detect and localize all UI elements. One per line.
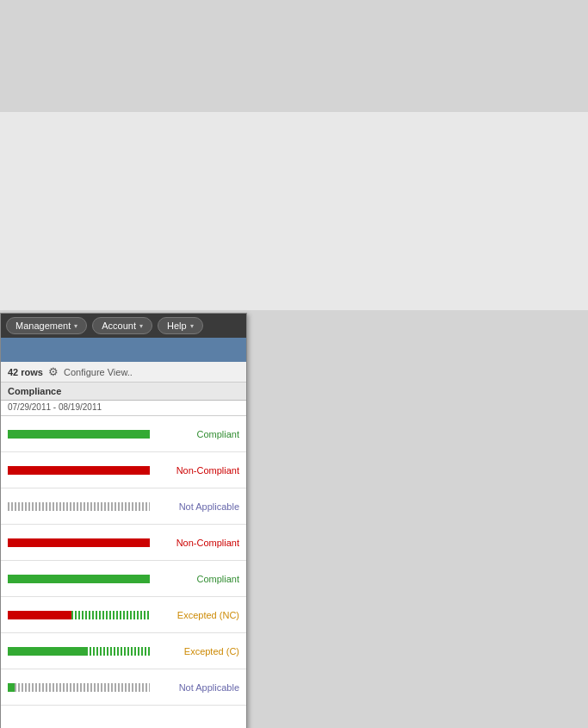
compliance-bar <box>8 430 162 439</box>
help-label: Help <box>167 320 187 331</box>
help-arrow-icon: ▾ <box>190 322 194 330</box>
compliance-bar <box>8 502 162 511</box>
date-separator: - <box>53 402 56 412</box>
table-row[interactable]: Compliant <box>1 561 246 597</box>
compliance-bar <box>8 611 162 619</box>
table-row[interactable]: Not Applicable <box>1 669 246 706</box>
compliance-bar <box>8 683 162 692</box>
status-label: Non-Compliant <box>162 465 239 476</box>
table-row[interactable]: Not Applicable <box>1 488 246 525</box>
status-label: Not Applicable <box>162 501 239 512</box>
management-arrow-icon: ▾ <box>74 322 77 330</box>
app-window: Management ▾ Account ▾ Help ▾ 42 rows ⚙ … <box>0 313 247 728</box>
header-bar <box>1 338 246 362</box>
status-label: Excepted (NC) <box>162 610 239 620</box>
management-label: Management <box>15 320 71 331</box>
table-row[interactable]: Non-Compliant <box>1 525 246 561</box>
scroll-area[interactable]: CompliantNon-CompliantNot ApplicableNon-… <box>1 416 246 728</box>
table-row[interactable]: Excepted (NC) <box>1 597 246 633</box>
compliance-bar <box>8 538 162 547</box>
status-label: Compliant <box>162 574 239 584</box>
status-label: Compliant <box>162 429 239 439</box>
account-menu-button[interactable]: Account ▾ <box>92 317 152 334</box>
status-label: Non-Compliant <box>162 538 239 548</box>
compliance-bar <box>8 575 162 583</box>
status-label: Excepted (C) <box>162 646 239 656</box>
date-range: 07/29/2011 - 08/19/2011 <box>1 401 246 416</box>
configure-view-link[interactable]: Configure View.. <box>64 367 133 377</box>
account-arrow-icon: ▾ <box>139 322 143 330</box>
table-row[interactable]: Compliant <box>1 416 246 452</box>
middle-area <box>0 112 588 310</box>
date-end: 08/19/2011 <box>59 402 102 412</box>
gear-icon[interactable]: ⚙ <box>48 365 59 378</box>
table-row[interactable]: Non-Compliant <box>1 452 246 488</box>
rows-info: 42 rows ⚙ Configure View.. <box>1 362 246 383</box>
help-menu-button[interactable]: Help ▾ <box>158 317 203 334</box>
table-column-header: Compliance <box>1 383 246 401</box>
account-label: Account <box>102 320 136 331</box>
status-label: Not Applicable <box>162 682 239 693</box>
management-menu-button[interactable]: Management ▾ <box>6 317 87 334</box>
toolbar: Management ▾ Account ▾ Help ▾ <box>1 314 246 338</box>
compliance-bar <box>8 466 162 475</box>
top-gray-area <box>0 0 588 112</box>
table-row[interactable]: Excepted (C) <box>1 633 246 669</box>
date-start: 07/29/2011 <box>8 402 51 412</box>
compliance-bar <box>8 647 162 656</box>
rows-count: 42 rows <box>8 367 43 377</box>
